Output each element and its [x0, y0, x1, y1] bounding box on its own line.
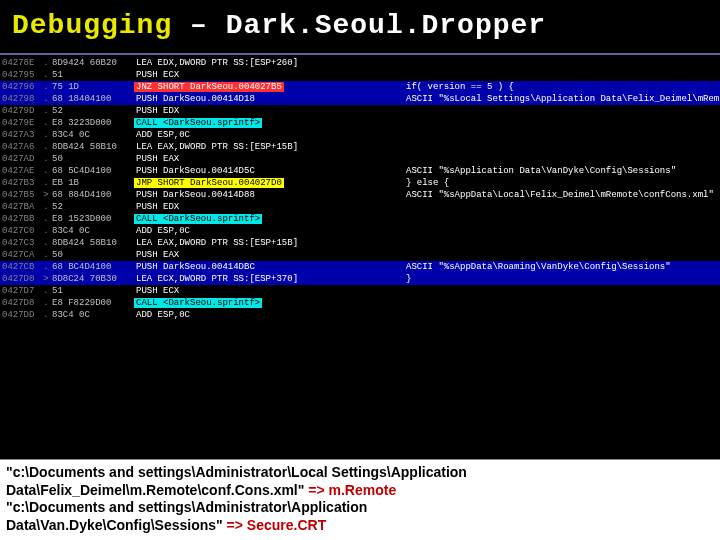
disasm-row[interactable]: 0427D8.E8 F8229D00CALL <DarkSeou.sprintf…	[0, 297, 720, 309]
address: 0427CA	[0, 249, 40, 261]
disasm-row[interactable]: 042798.68 18404100PUSH DarkSeou.00414D18…	[0, 93, 720, 105]
hex-bytes: 68 18404100	[52, 93, 134, 105]
instruction-cell: PUSH DarkSeou.00414D88	[134, 189, 406, 201]
hex-bytes: 83C4 0C	[52, 309, 134, 321]
address: 04278E	[0, 57, 40, 69]
instruction-cell: CALL <DarkSeou.sprintf>	[134, 213, 406, 225]
address: 0427C0	[0, 225, 40, 237]
disasm-row[interactable]: 0427D0>8D8C24 70B30LEA ECX,DWORD PTR SS:…	[0, 273, 720, 285]
flow-marker: >	[40, 273, 52, 285]
flow-marker: .	[40, 261, 52, 273]
instruction-text: PUSH ECX	[134, 286, 181, 296]
hex-bytes: E8 F8229D00	[52, 297, 134, 309]
instruction-cell: PUSH ECX	[134, 69, 406, 81]
instruction-cell: LEA EAX,DWORD PTR SS:[ESP+15B]	[134, 237, 406, 249]
flow-marker: .	[40, 177, 52, 189]
instruction-cell: PUSH EDX	[134, 105, 406, 117]
instruction-cell: PUSH EAX	[134, 249, 406, 261]
disasm-row[interactable]: 0427C0.83C4 0CADD ESP,0C	[0, 225, 720, 237]
disasm-row[interactable]: 042795.51PUSH ECX	[0, 69, 720, 81]
instruction-text: PUSH DarkSeou.00414D5C	[134, 166, 257, 176]
instruction-text: LEA EAX,DWORD PTR SS:[ESP+15B]	[134, 238, 300, 248]
address: 0427B3	[0, 177, 40, 189]
instruction-cell: PUSH DarkSeou.00414D18	[134, 93, 406, 105]
address: 04279E	[0, 117, 40, 129]
hex-bytes: E8 3223D000	[52, 117, 134, 129]
flow-marker: .	[40, 201, 52, 213]
disasm-row[interactable]: 0427CA.50PUSH EAX	[0, 249, 720, 261]
footer-path-2b: Data\Van.Dyke\Config\Sessions"	[6, 517, 223, 533]
disasm-row[interactable]: 0427A6.8DB424 58B10LEA EAX,DWORD PTR SS:…	[0, 141, 720, 153]
disasm-row[interactable]: 0427B5>68 884D4100PUSH DarkSeou.00414D88…	[0, 189, 720, 201]
hex-bytes: E8 1523D000	[52, 213, 134, 225]
disassembly-listing[interactable]: 04278E.8D9424 60B20LEA EDX,DWORD PTR SS:…	[0, 55, 720, 321]
instruction-text: PUSH EDX	[134, 106, 181, 116]
address: 042795	[0, 69, 40, 81]
disasm-row[interactable]: 04279D.52PUSH EDX	[0, 105, 720, 117]
flow-marker: .	[40, 237, 52, 249]
disasm-row[interactable]: 0427C3.8DB424 58B10LEA EAX,DWORD PTR SS:…	[0, 237, 720, 249]
instruction-cell: LEA EDX,DWORD PTR SS:[ESP+260]	[134, 57, 406, 69]
annotation-footer: "c:\Documents and settings\Administrator…	[0, 459, 720, 540]
hex-bytes: 51	[52, 285, 134, 297]
address: 0427D8	[0, 297, 40, 309]
disasm-row[interactable]: 0427AE.68 5C4D4100PUSH DarkSeou.00414D5C…	[0, 165, 720, 177]
hex-bytes: 8D9424 60B20	[52, 57, 134, 69]
instruction-text: ADD ESP,0C	[134, 226, 192, 236]
hex-bytes: 8DB424 58B10	[52, 237, 134, 249]
hex-bytes: 75 1D	[52, 81, 134, 93]
instruction-text: LEA EDX,DWORD PTR SS:[ESP+260]	[134, 58, 300, 68]
instruction-cell: CALL <DarkSeou.sprintf>	[134, 297, 406, 309]
disasm-row[interactable]: 0427DD.83C4 0CADD ESP,0C	[0, 309, 720, 321]
address: 0427A3	[0, 129, 40, 141]
disasm-row[interactable]: 0427B3.EB 1BJMP SHORT DarkSeou.004027D0}…	[0, 177, 720, 189]
disasm-row[interactable]: 0427BB.E8 1523D000CALL <DarkSeou.sprintf…	[0, 213, 720, 225]
hex-bytes: 83C4 0C	[52, 225, 134, 237]
disasm-row[interactable]: 042796.75 1DJNZ SHORT DarkSeou.004027B5i…	[0, 81, 720, 93]
disasm-row[interactable]: 0427CB.68 BC4D4100PUSH DarkSeou.00414DBC…	[0, 261, 720, 273]
comment: ASCII "%sLocal Settings\Application Data…	[406, 93, 719, 105]
disasm-row[interactable]: 0427AD.50PUSH EAX	[0, 153, 720, 165]
page-title: Debugging – Dark.Seoul.Dropper	[0, 0, 720, 55]
address: 0427C3	[0, 237, 40, 249]
hex-bytes: 52	[52, 105, 134, 117]
hex-bytes: 68 BC4D4100	[52, 261, 134, 273]
address: 0427AE	[0, 165, 40, 177]
footer-path-1a: "c:\Documents and settings\Administrator…	[6, 464, 467, 480]
instruction-cell: JMP SHORT DarkSeou.004027D0	[134, 177, 406, 189]
instruction-text: JMP SHORT DarkSeou.004027D0	[134, 178, 284, 188]
address: 042798	[0, 93, 40, 105]
address: 0427D7	[0, 285, 40, 297]
address: 042796	[0, 81, 40, 93]
instruction-cell: CALL <DarkSeou.sprintf>	[134, 117, 406, 129]
hex-bytes: EB 1B	[52, 177, 134, 189]
disasm-row[interactable]: 0427A3.83C4 0CADD ESP,0C	[0, 129, 720, 141]
hex-bytes: 68 884D4100	[52, 189, 134, 201]
flow-marker: .	[40, 285, 52, 297]
instruction-text: PUSH EAX	[134, 154, 181, 164]
instruction-text: PUSH ECX	[134, 70, 181, 80]
instruction-text: LEA EAX,DWORD PTR SS:[ESP+15B]	[134, 142, 300, 152]
disasm-row[interactable]: 04278E.8D9424 60B20LEA EDX,DWORD PTR SS:…	[0, 57, 720, 69]
address: 04279D	[0, 105, 40, 117]
flow-marker: .	[40, 57, 52, 69]
comment: } else {	[406, 177, 449, 189]
disasm-row[interactable]: 04279E.E8 3223D000CALL <DarkSeou.sprintf…	[0, 117, 720, 129]
disasm-row[interactable]: 0427BA.52PUSH EDX	[0, 201, 720, 213]
instruction-text: LEA ECX,DWORD PTR SS:[ESP+370]	[134, 274, 300, 284]
instruction-cell: PUSH DarkSeou.00414D5C	[134, 165, 406, 177]
flow-marker: .	[40, 225, 52, 237]
address: 0427B5	[0, 189, 40, 201]
instruction-text: PUSH EDX	[134, 202, 181, 212]
instruction-text: PUSH DarkSeou.00414D88	[134, 190, 257, 200]
instruction-text: CALL <DarkSeou.sprintf>	[134, 214, 262, 224]
hex-bytes: 52	[52, 201, 134, 213]
address: 0427BA	[0, 201, 40, 213]
instruction-cell: LEA ECX,DWORD PTR SS:[ESP+370]	[134, 273, 406, 285]
footer-target-2: Secure.CRT	[247, 517, 326, 533]
flow-marker: .	[40, 309, 52, 321]
title-dash: –	[172, 10, 225, 41]
title-word-2: Dark.Seoul.Dropper	[226, 10, 546, 41]
disasm-row[interactable]: 0427D7.51PUSH ECX	[0, 285, 720, 297]
instruction-text: CALL <DarkSeou.sprintf>	[134, 298, 262, 308]
